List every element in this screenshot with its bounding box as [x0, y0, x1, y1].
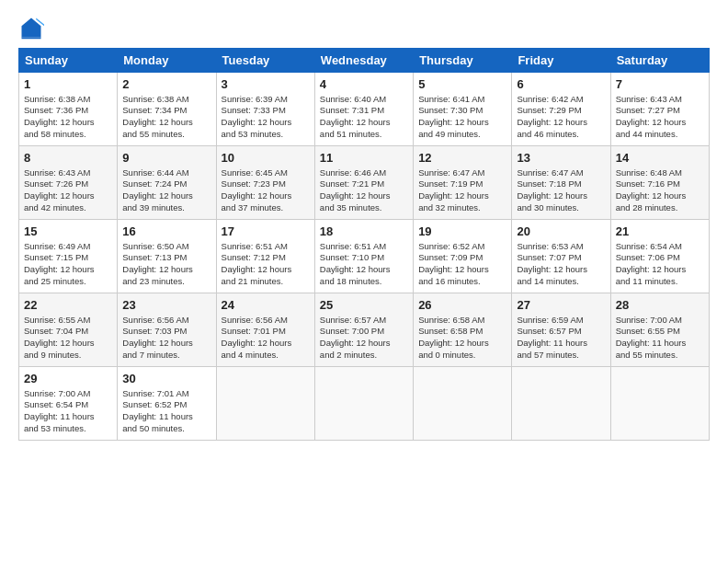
- day-cell: 12Sunrise: 6:47 AMSunset: 7:19 PMDayligh…: [414, 146, 512, 220]
- day-info: Sunrise: 6:45 AMSunset: 7:23 PMDaylight:…: [222, 167, 310, 214]
- day-cell: 7Sunrise: 6:43 AMSunset: 7:27 PMDaylight…: [610, 73, 709, 146]
- day-cell: 25Sunrise: 6:57 AMSunset: 7:00 PMDayligh…: [314, 293, 413, 367]
- day-cell: 23Sunrise: 6:56 AMSunset: 7:03 PMDayligh…: [118, 293, 216, 367]
- weekday-sunday: Sunday: [19, 49, 118, 73]
- day-number: 11: [320, 150, 408, 167]
- weekday-header-row: SundayMondayTuesdayWednesdayThursdayFrid…: [19, 49, 710, 73]
- day-cell: 3Sunrise: 6:39 AMSunset: 7:33 PMDaylight…: [216, 73, 314, 146]
- day-number: 1: [24, 76, 112, 93]
- day-cell: 5Sunrise: 6:41 AMSunset: 7:30 PMDaylight…: [414, 73, 512, 146]
- week-row-1: 1Sunrise: 6:38 AMSunset: 7:36 PMDaylight…: [19, 73, 710, 146]
- day-info: Sunrise: 6:59 AMSunset: 6:57 PMDaylight:…: [517, 315, 605, 362]
- day-info: Sunrise: 6:56 AMSunset: 7:03 PMDaylight:…: [122, 315, 210, 362]
- day-number: 13: [517, 150, 605, 167]
- weekday-tuesday: Tuesday: [216, 49, 314, 73]
- day-cell: 21Sunrise: 6:54 AMSunset: 7:06 PMDayligh…: [610, 220, 709, 293]
- day-number: 27: [517, 297, 605, 314]
- day-info: Sunrise: 6:57 AMSunset: 7:00 PMDaylight:…: [320, 315, 408, 362]
- day-info: Sunrise: 6:39 AMSunset: 7:33 PMDaylight:…: [222, 94, 310, 141]
- day-cell: 20Sunrise: 6:53 AMSunset: 7:07 PMDayligh…: [512, 220, 610, 293]
- day-number: 17: [222, 224, 310, 240]
- day-cell: 8Sunrise: 6:43 AMSunset: 7:26 PMDaylight…: [19, 146, 118, 220]
- day-number: 21: [616, 224, 704, 240]
- week-row-3: 15Sunrise: 6:49 AMSunset: 7:15 PMDayligh…: [19, 220, 710, 293]
- day-cell: 13Sunrise: 6:47 AMSunset: 7:18 PMDayligh…: [512, 146, 610, 220]
- day-number: 2: [122, 76, 210, 93]
- day-cell: 30Sunrise: 7:01 AMSunset: 6:52 PMDayligh…: [118, 367, 216, 441]
- day-number: 8: [24, 150, 112, 167]
- day-cell: 9Sunrise: 6:44 AMSunset: 7:24 PMDaylight…: [118, 146, 216, 220]
- day-cell: 4Sunrise: 6:40 AMSunset: 7:31 PMDaylight…: [314, 73, 413, 146]
- day-info: Sunrise: 6:47 AMSunset: 7:19 PMDaylight:…: [418, 167, 506, 214]
- day-cell: 15Sunrise: 6:49 AMSunset: 7:15 PMDayligh…: [19, 220, 118, 293]
- day-number: 26: [418, 297, 506, 314]
- day-cell: [216, 367, 314, 441]
- day-number: 12: [418, 150, 506, 167]
- day-info: Sunrise: 6:43 AMSunset: 7:26 PMDaylight:…: [24, 167, 112, 214]
- day-number: 30: [122, 371, 210, 387]
- day-cell: [512, 367, 610, 441]
- day-number: 29: [24, 371, 112, 387]
- day-number: 4: [320, 76, 408, 93]
- day-number: 7: [616, 76, 704, 93]
- day-info: Sunrise: 6:52 AMSunset: 7:09 PMDaylight:…: [418, 241, 506, 288]
- day-number: 5: [418, 76, 506, 93]
- day-cell: 6Sunrise: 6:42 AMSunset: 7:29 PMDaylight…: [512, 73, 610, 146]
- day-cell: 29Sunrise: 7:00 AMSunset: 6:54 PMDayligh…: [19, 367, 118, 441]
- day-cell: [314, 367, 413, 441]
- day-number: 24: [222, 297, 310, 314]
- day-number: 28: [616, 297, 704, 314]
- day-info: Sunrise: 6:38 AMSunset: 7:36 PMDaylight:…: [24, 94, 112, 141]
- day-cell: 11Sunrise: 6:46 AMSunset: 7:21 PMDayligh…: [314, 146, 413, 220]
- day-number: 25: [320, 297, 408, 314]
- day-cell: 19Sunrise: 6:52 AMSunset: 7:09 PMDayligh…: [414, 220, 512, 293]
- day-cell: 17Sunrise: 6:51 AMSunset: 7:12 PMDayligh…: [216, 220, 314, 293]
- day-info: Sunrise: 7:01 AMSunset: 6:52 PMDaylight:…: [122, 388, 210, 435]
- day-cell: 1Sunrise: 6:38 AMSunset: 7:36 PMDaylight…: [19, 73, 118, 146]
- day-cell: 26Sunrise: 6:58 AMSunset: 6:58 PMDayligh…: [414, 293, 512, 367]
- day-info: Sunrise: 6:40 AMSunset: 7:31 PMDaylight:…: [320, 94, 408, 141]
- weekday-thursday: Thursday: [414, 49, 512, 73]
- day-cell: 18Sunrise: 6:51 AMSunset: 7:10 PMDayligh…: [314, 220, 413, 293]
- day-info: Sunrise: 6:51 AMSunset: 7:12 PMDaylight:…: [222, 241, 310, 288]
- day-number: 23: [122, 297, 210, 314]
- day-info: Sunrise: 7:00 AMSunset: 6:54 PMDaylight:…: [24, 388, 112, 435]
- day-info: Sunrise: 6:55 AMSunset: 7:04 PMDaylight:…: [24, 315, 112, 362]
- calendar-table: SundayMondayTuesdayWednesdayThursdayFrid…: [18, 48, 710, 441]
- day-info: Sunrise: 6:54 AMSunset: 7:06 PMDaylight:…: [616, 241, 704, 288]
- day-cell: [414, 367, 512, 441]
- logo-icon: [18, 15, 44, 40]
- day-info: Sunrise: 6:46 AMSunset: 7:21 PMDaylight:…: [320, 167, 408, 214]
- day-number: 6: [517, 76, 605, 93]
- day-info: Sunrise: 6:49 AMSunset: 7:15 PMDaylight:…: [24, 241, 112, 288]
- day-info: Sunrise: 7:00 AMSunset: 6:55 PMDaylight:…: [616, 315, 704, 362]
- day-info: Sunrise: 6:43 AMSunset: 7:27 PMDaylight:…: [616, 94, 704, 141]
- day-number: 20: [517, 224, 605, 240]
- day-info: Sunrise: 6:50 AMSunset: 7:13 PMDaylight:…: [122, 241, 210, 288]
- day-number: 19: [418, 224, 506, 240]
- weekday-wednesday: Wednesday: [314, 49, 413, 73]
- day-number: 15: [24, 224, 112, 240]
- weekday-friday: Friday: [512, 49, 610, 73]
- calendar-body: 1Sunrise: 6:38 AMSunset: 7:36 PMDaylight…: [19, 73, 710, 441]
- day-cell: 16Sunrise: 6:50 AMSunset: 7:13 PMDayligh…: [118, 220, 216, 293]
- day-cell: 24Sunrise: 6:56 AMSunset: 7:01 PMDayligh…: [216, 293, 314, 367]
- day-info: Sunrise: 6:47 AMSunset: 7:18 PMDaylight:…: [517, 167, 605, 214]
- day-cell: [610, 367, 709, 441]
- day-info: Sunrise: 6:53 AMSunset: 7:07 PMDaylight:…: [517, 241, 605, 288]
- weekday-saturday: Saturday: [610, 49, 709, 73]
- svg-rect-2: [22, 38, 41, 40]
- day-info: Sunrise: 6:51 AMSunset: 7:10 PMDaylight:…: [320, 241, 408, 288]
- week-row-2: 8Sunrise: 6:43 AMSunset: 7:26 PMDaylight…: [19, 146, 710, 220]
- day-info: Sunrise: 6:48 AMSunset: 7:16 PMDaylight:…: [616, 167, 704, 214]
- day-cell: 22Sunrise: 6:55 AMSunset: 7:04 PMDayligh…: [19, 293, 118, 367]
- week-row-4: 22Sunrise: 6:55 AMSunset: 7:04 PMDayligh…: [19, 293, 710, 367]
- day-number: 9: [122, 150, 210, 167]
- day-info: Sunrise: 6:41 AMSunset: 7:30 PMDaylight:…: [418, 94, 506, 141]
- day-number: 16: [122, 224, 210, 240]
- day-info: Sunrise: 6:56 AMSunset: 7:01 PMDaylight:…: [222, 315, 310, 362]
- day-info: Sunrise: 6:42 AMSunset: 7:29 PMDaylight:…: [517, 94, 605, 141]
- day-cell: 27Sunrise: 6:59 AMSunset: 6:57 PMDayligh…: [512, 293, 610, 367]
- logo: [18, 15, 48, 40]
- day-number: 14: [616, 150, 704, 167]
